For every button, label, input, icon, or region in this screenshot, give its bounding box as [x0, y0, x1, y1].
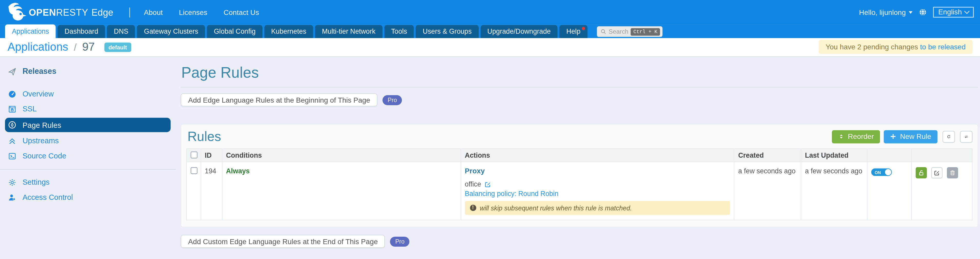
sort-icon — [838, 133, 844, 140]
tab-dashboard[interactable]: Dashboard — [58, 25, 105, 38]
sidebar-item-label: Settings — [22, 178, 50, 187]
refresh-icon — [947, 133, 951, 140]
content-area: Releases Overview SSL Page Rules Upstrea… — [0, 57, 980, 259]
plus-icon — [890, 133, 896, 140]
gear-icon — [8, 178, 16, 187]
pending-changes-text: You have 2 pending changes — [826, 43, 918, 51]
table-row: 194 Always Proxy office Balancing policy… — [187, 162, 972, 220]
search-icon — [601, 29, 606, 34]
note-text: will skip subsequent rules when this rul… — [480, 204, 632, 212]
pro-badge: Pro — [383, 95, 402, 105]
upstream-row: office — [465, 180, 730, 188]
add-edge-rules-end-button[interactable]: Add Custom Edge Language Rules at the En… — [181, 235, 385, 248]
language-label: English — [939, 8, 962, 16]
row-checkbox[interactable] — [191, 167, 197, 174]
column-header-actions: Actions — [461, 149, 734, 162]
header-right: Hello, lijunlong English — [859, 0, 974, 24]
proxy-action-link[interactable]: Proxy — [465, 167, 730, 175]
reorder-button[interactable]: Reorder — [832, 130, 880, 143]
row-action-buttons — [916, 167, 968, 179]
column-header-id: ID — [201, 149, 222, 162]
sidebar-item-page-rules[interactable]: Page Rules — [5, 118, 170, 132]
sidebar-item-source-code[interactable]: Source Code — [0, 149, 176, 163]
compare-button[interactable] — [960, 131, 972, 142]
nav-link-licenses[interactable]: Licenses — [179, 8, 207, 16]
add-beginning-row: Add Edge Language Rules at the Beginning… — [181, 93, 978, 107]
terminal-icon — [8, 152, 16, 160]
main-panel: Page Rules Add Edge Language Rules at th… — [176, 57, 980, 259]
chevrons-up-icon — [8, 137, 16, 145]
main-nav-tabs: Applications Dashboard DNS Gateway Clust… — [0, 24, 980, 38]
breadcrumb-app-id: 97 — [82, 41, 95, 54]
refresh-button[interactable] — [942, 131, 955, 142]
sidebar-item-ssl[interactable]: SSL — [0, 101, 176, 116]
tab-tools[interactable]: Tools — [384, 25, 414, 38]
caret-down-icon — [909, 11, 913, 14]
sidebar-item-releases[interactable]: Releases — [0, 64, 176, 79]
tab-upgrade-downgrade[interactable]: Upgrade/Downgrade — [480, 25, 558, 38]
to-be-released-link[interactable]: to be released — [920, 43, 966, 51]
add-edge-rules-beginning-button[interactable]: Add Edge Language Rules at the Beginning… — [181, 93, 378, 107]
header-divider — [130, 7, 130, 17]
rules-table: ID Conditions Actions Created Last Updat… — [186, 149, 972, 221]
sidebar-item-access-control[interactable]: Access Control — [0, 190, 176, 205]
tab-global-config[interactable]: Global Config — [207, 25, 262, 38]
column-header-last-updated: Last Updated — [801, 149, 867, 162]
column-header-buttons — [912, 149, 972, 162]
search-shortcut-badge: Ctrl + K — [631, 28, 660, 35]
page-title: Page Rules — [181, 64, 978, 81]
tab-users-groups[interactable]: Users & Groups — [416, 25, 479, 38]
tab-kubernetes[interactable]: Kubernetes — [264, 25, 313, 38]
user-menu[interactable]: Hello, lijunlong — [859, 8, 913, 16]
trash-icon — [950, 170, 956, 176]
edit-upstream-icon[interactable] — [484, 181, 491, 187]
rules-card-header: Rules Reorder New Rule — [186, 129, 972, 144]
subheader: Applications / 97 default You have 2 pen… — [0, 38, 980, 57]
edit-rule-button[interactable] — [931, 167, 943, 179]
delete-rule-button[interactable] — [947, 167, 958, 179]
toggle-knob — [885, 169, 891, 175]
openresty-logo[interactable]: OPENRESTY Edge — [6, 2, 113, 22]
chevron-down-icon — [964, 8, 970, 14]
rule-created: a few seconds ago — [734, 162, 801, 220]
partition-badge: default — [104, 43, 131, 52]
notification-dot — [582, 27, 585, 30]
rule-last-updated: a few seconds ago — [801, 162, 867, 220]
breadcrumb-applications-link[interactable]: Applications — [8, 41, 68, 54]
nav-link-about[interactable]: About — [144, 8, 163, 16]
page-rules-icon — [8, 121, 16, 129]
tab-multi-tier-network[interactable]: Multi-tier Network — [315, 25, 382, 38]
gauge-icon — [8, 90, 16, 98]
rule-enabled-toggle[interactable]: ON — [871, 168, 891, 176]
add-end-row: Add Custom Edge Language Rules at the En… — [181, 235, 978, 248]
exclamation-icon: ! — [470, 205, 476, 211]
brand-name: OPENRESTY — [29, 7, 88, 18]
balancing-policy-link[interactable]: Balancing policy: Round Robin — [465, 190, 730, 197]
tab-gateway-clusters[interactable]: Gateway Clusters — [137, 25, 205, 38]
tab-applications[interactable]: Applications — [5, 24, 56, 38]
table-header-row: ID Conditions Actions Created Last Updat… — [187, 149, 972, 162]
ssl-certificate-icon — [8, 105, 16, 113]
tab-dns[interactable]: DNS — [107, 25, 135, 38]
sidebar-item-settings[interactable]: Settings — [0, 175, 176, 190]
language-selector[interactable]: English — [933, 7, 974, 18]
sidebar-item-upstreams[interactable]: Upstreams — [0, 133, 176, 149]
column-header-created: Created — [734, 149, 801, 162]
unlock-icon — [918, 170, 924, 176]
rules-title: Rules — [188, 129, 221, 144]
search-input[interactable]: Search Ctrl + K — [597, 26, 662, 37]
select-all-checkbox[interactable] — [191, 151, 197, 158]
app-window: OPENRESTY Edge About Licenses Contact Us… — [0, 0, 980, 259]
sidebar-divider — [0, 169, 176, 169]
sidebar-item-label: Releases — [22, 67, 56, 76]
sidebar-item-label: Access Control — [22, 193, 73, 201]
new-rule-button[interactable]: New Rule — [884, 130, 937, 143]
sidebar-item-overview[interactable]: Overview — [0, 86, 176, 101]
paper-plane-icon — [8, 67, 16, 76]
lock-rule-button[interactable] — [916, 167, 927, 179]
rule-actions-cell: Proxy office Balancing policy: Round Rob… — [461, 162, 734, 220]
tab-help[interactable]: Help — [560, 25, 587, 38]
nav-link-contact-us[interactable]: Contact Us — [224, 8, 259, 16]
column-header-toggle — [867, 149, 912, 162]
toggle-on-label: ON — [875, 170, 881, 175]
